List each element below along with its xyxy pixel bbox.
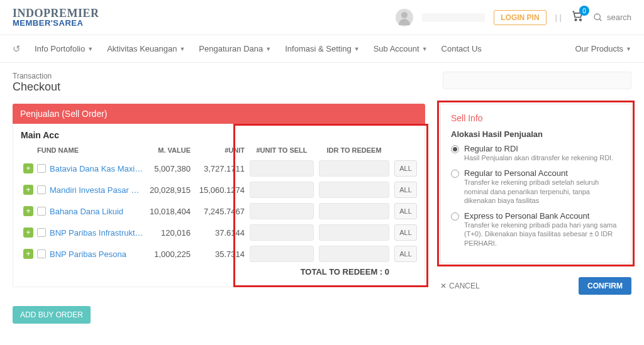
- table-row: +BNP Paribas Pesona1,000,22535.7314ALL: [21, 243, 417, 265]
- all-button[interactable]: ALL: [394, 224, 417, 241]
- allocation-desc: Transfer ke rekening pribadi pada hari y…: [464, 221, 621, 248]
- radio-icon: [451, 170, 459, 178]
- search-control[interactable]: search: [593, 13, 631, 23]
- username: [422, 13, 485, 22]
- fund-link[interactable]: Bahana Dana Likuid: [50, 207, 123, 216]
- allocation-label: Regular to Personal Account: [464, 168, 621, 178]
- expand-icon[interactable]: +: [23, 185, 33, 195]
- alloc-title: Alokasi Hasil Penjualan: [451, 129, 621, 139]
- unit-cell: 35.7314: [193, 243, 247, 265]
- expand-icon[interactable]: +: [23, 206, 33, 216]
- mvalue-cell: 5,007,380: [147, 158, 193, 179]
- nav-infomasi-setting[interactable]: Infomasi & Setting▼: [285, 44, 359, 53]
- page-title: Checkout: [13, 80, 430, 94]
- allocation-desc: Hasil Penjualan akan ditransfer ke reken…: [464, 153, 613, 162]
- page-top: Transaction Checkout: [0, 63, 644, 100]
- all-button[interactable]: ALL: [394, 182, 417, 198]
- nav-aktivitas-keuangan[interactable]: Aktivitas Keuangan▼: [107, 44, 185, 53]
- unit-cell: 37.6144: [193, 222, 247, 243]
- all-button[interactable]: ALL: [394, 246, 417, 262]
- cart-icon[interactable]: 0: [570, 9, 584, 25]
- sell-info-panel: Sell Info Alokasi Hasil Penjualan Regula…: [440, 104, 631, 295]
- avatar[interactable]: [396, 9, 413, 26]
- nav-sub-account[interactable]: Sub Account▼: [374, 44, 428, 53]
- confirm-button[interactable]: CONFIRM: [579, 277, 631, 295]
- unit-cell: 3,727.1711: [193, 158, 247, 179]
- nav-pengaturan-dana[interactable]: Pengaturan Dana▼: [199, 44, 271, 53]
- row-checkbox[interactable]: [37, 207, 46, 216]
- search-icon: [593, 13, 603, 23]
- expand-icon[interactable]: +: [23, 227, 33, 238]
- svg-line-3: [599, 19, 601, 21]
- logo-bottom: MEMBER'SAREA: [13, 19, 99, 27]
- history-icon[interactable]: ↺: [13, 43, 21, 55]
- idr-to-redeem-input[interactable]: [319, 203, 389, 219]
- login-pin-button[interactable]: LOGIN PIN: [494, 10, 546, 25]
- expand-icon[interactable]: +: [23, 163, 33, 173]
- table-row: +Batavia Dana Kas Maxima5,007,3803,727.1…: [21, 158, 417, 179]
- fund-link[interactable]: Mandiri Investa Pasar Ua...: [50, 185, 144, 195]
- allocation-option[interactable]: Regular to RDIHasil Penjualan akan ditra…: [451, 144, 621, 162]
- nav-info-portofolio[interactable]: Info Portofolio▼: [35, 44, 93, 53]
- close-icon: ✕: [440, 282, 447, 290]
- unit-to-sell-input[interactable]: [250, 224, 314, 241]
- allocation-option[interactable]: Regular to Personal AccountTransfer ke r…: [451, 168, 621, 205]
- fund-link[interactable]: Batavia Dana Kas Maxima: [50, 164, 144, 173]
- allocation-label: Regular to RDI: [464, 144, 613, 153]
- unit-to-sell-input[interactable]: [250, 182, 314, 198]
- search-label: search: [607, 13, 631, 22]
- idr-to-redeem-input[interactable]: [319, 160, 389, 177]
- all-button[interactable]: ALL: [394, 203, 417, 219]
- table-row: +Mandiri Investa Pasar Ua...20,028,91515…: [21, 179, 417, 200]
- sell-info-title: Sell Info: [451, 113, 621, 123]
- cancel-button[interactable]: ✕ CANCEL: [440, 282, 480, 290]
- row-checkbox[interactable]: [37, 164, 46, 173]
- svg-point-0: [575, 19, 577, 20]
- idr-to-redeem-input[interactable]: [319, 182, 389, 198]
- header: INDOPREMIER MEMBER'SAREA LOGIN PIN | | 0…: [0, 0, 644, 35]
- logo[interactable]: INDOPREMIER MEMBER'SAREA: [13, 8, 99, 27]
- breadcrumb: Transaction: [13, 72, 430, 80]
- total-redeem: TOTAL TO REDEEM : 0: [21, 265, 392, 279]
- unit-to-sell-input[interactable]: [250, 160, 314, 177]
- allocation-option[interactable]: Express to Personal Bank AccountTransfer…: [451, 211, 621, 248]
- unit-cell: 15,060.1274: [193, 179, 247, 200]
- idr-to-redeem-input[interactable]: [319, 246, 389, 262]
- svg-point-2: [594, 14, 600, 19]
- navbar: ↺ Info Portofolio▼ Aktivitas Keuangan▼ P…: [0, 35, 644, 63]
- cart-badge: 0: [579, 6, 589, 16]
- mvalue-cell: 120,016: [147, 222, 193, 243]
- top-search-box[interactable]: [443, 72, 631, 89]
- fund-link[interactable]: BNP Paribas Infrastruktu...: [50, 228, 144, 238]
- row-checkbox[interactable]: [37, 185, 46, 194]
- unit-to-sell-input[interactable]: [250, 203, 314, 219]
- nav-our-products[interactable]: Our Products▼: [575, 44, 631, 53]
- col-unit: #UNIT: [193, 143, 247, 158]
- col-fund: FUND NAME: [21, 143, 147, 158]
- unit-cell: 7,245.7467: [193, 200, 247, 222]
- unit-to-sell-input[interactable]: [250, 246, 314, 262]
- idr-to-redeem-input[interactable]: [319, 224, 389, 241]
- fund-link[interactable]: BNP Paribas Pesona: [50, 249, 126, 259]
- table-row: +BNP Paribas Infrastruktu...120,01637.61…: [21, 222, 417, 243]
- expand-icon[interactable]: +: [23, 249, 33, 259]
- col-unit-sell: #UNIT TO SELL: [247, 143, 316, 158]
- radio-icon: [451, 145, 459, 153]
- mvalue-cell: 1,000,225: [147, 243, 193, 265]
- svg-point-1: [580, 19, 582, 20]
- nav-contact-us[interactable]: Contact Us: [441, 44, 482, 53]
- all-button[interactable]: ALL: [394, 160, 417, 177]
- funds-table: FUND NAME M. VALUE #UNIT #UNIT TO SELL I…: [21, 143, 417, 279]
- divider: | |: [555, 13, 562, 22]
- allocation-label: Express to Personal Bank Account: [464, 211, 621, 221]
- mvalue-cell: 10,018,404: [147, 200, 193, 222]
- sell-order-panel: Penjualan (Sell Order) Main Acc FUND NAM…: [13, 104, 425, 324]
- row-checkbox[interactable]: [37, 249, 46, 258]
- row-checkbox[interactable]: [37, 228, 46, 237]
- add-buy-order-button[interactable]: ADD BUY ORDER: [13, 306, 91, 324]
- col-idr-redeem: IDR TO REDEEM: [316, 143, 392, 158]
- allocation-desc: Transfer ke rekening pribadi setelah sel…: [464, 178, 621, 205]
- table-row: +Bahana Dana Likuid10,018,4047,245.7467A…: [21, 200, 417, 222]
- sell-panel-header: Penjualan (Sell Order): [13, 104, 425, 124]
- account-title: Main Acc: [21, 130, 417, 140]
